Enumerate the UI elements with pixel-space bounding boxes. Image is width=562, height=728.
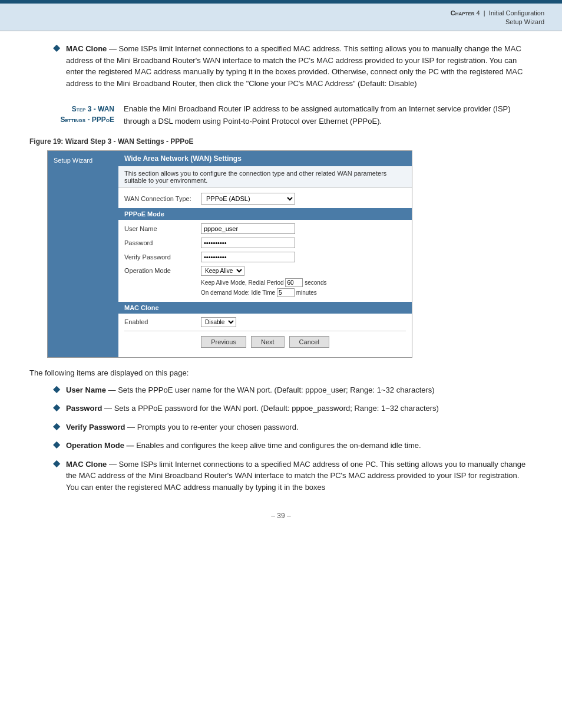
chapter-label: Chapter 4 | Initial Configuration bbox=[451, 9, 544, 17]
chapter-title: Initial Configuration bbox=[489, 9, 544, 17]
following-text-2: Verify Password — Prompts you to re-ente… bbox=[66, 421, 299, 433]
following-desc-4: — Some ISPs limit Internet connections t… bbox=[66, 460, 525, 492]
chapter-word: Chapter bbox=[451, 9, 475, 17]
wan-connection-type-label: WAN Connection Type: bbox=[124, 195, 201, 202]
step3-label-line1: Step 3 - WAN bbox=[72, 105, 114, 113]
wan-verify-password-label: Verify Password bbox=[124, 253, 201, 261]
step3-description: Enable the Mini Broadband Router IP addr… bbox=[124, 103, 533, 128]
on-demand-input[interactable] bbox=[277, 288, 295, 297]
keep-alive-period-input[interactable] bbox=[285, 278, 303, 287]
on-demand-unit: minutes bbox=[296, 289, 317, 296]
bullet-icon-3: ◆ bbox=[53, 439, 60, 450]
wan-next-button[interactable]: Next bbox=[251, 336, 285, 348]
wan-previous-button[interactable]: Previous bbox=[201, 336, 246, 348]
bullet-icon-0: ◆ bbox=[53, 383, 60, 394]
mac-clone-section-header: MAC Clone bbox=[118, 302, 412, 314]
keep-alive-mode-line: Keep Alive Mode, Redial Period seconds bbox=[201, 278, 326, 287]
figure-container: Figure 19: Wizard Step 3 - WAN Settings … bbox=[29, 137, 533, 358]
bullet-icon-2: ◆ bbox=[53, 420, 60, 431]
following-text-1: Password — Sets a PPPoE password for the… bbox=[66, 403, 439, 414]
on-demand-text: On demand Mode: Idle Time bbox=[201, 289, 275, 296]
keep-alive-select[interactable]: Keep Alive bbox=[201, 266, 244, 276]
wan-cancel-button[interactable]: Cancel bbox=[289, 336, 329, 348]
following-item-3: ◆ Operation Mode — Enables and configure… bbox=[53, 440, 533, 452]
step3-label-line2: Settings - PPPoE bbox=[60, 116, 114, 124]
chapter-num: 4 bbox=[477, 9, 480, 17]
wan-panel-title: Wide Area Network (WAN) Settings bbox=[118, 151, 412, 166]
wan-btn-row: Previous Next Cancel bbox=[124, 331, 406, 353]
following-term-0: User Name bbox=[66, 386, 106, 394]
keep-alive-row: Keep Alive bbox=[201, 266, 326, 276]
wan-username-input[interactable] bbox=[201, 223, 295, 234]
mac-clone-desc: — Some ISPs limit Internet connections t… bbox=[66, 44, 523, 88]
chapter-separator: | bbox=[484, 9, 485, 17]
chapter-subtitle: Setup Wizard bbox=[505, 18, 544, 25]
pppoe-section-header: PPPoE Mode bbox=[118, 208, 412, 220]
keep-alive-unit: seconds bbox=[305, 279, 326, 286]
bullet-icon: ◆ bbox=[53, 42, 60, 53]
wan-verify-password-input[interactable] bbox=[201, 252, 295, 262]
following-desc-3: Enables and configures the keep alive ti… bbox=[136, 441, 421, 450]
wan-form: WAN Connection Type: PPPoE (ADSL) PPPoE … bbox=[118, 188, 412, 357]
following-item-0: ◆ User Name — Sets the PPPoE user name f… bbox=[53, 384, 533, 396]
following-desc-2: — Prompts you to re-enter your chosen pa… bbox=[127, 423, 298, 431]
wan-panel: Wide Area Network (WAN) Settings This se… bbox=[118, 151, 412, 357]
following-term-1: Password bbox=[66, 404, 102, 413]
following-term-3: Operation Mode — bbox=[66, 441, 134, 450]
wan-connection-type-select[interactable]: PPPoE (ADSL) bbox=[201, 193, 295, 205]
wan-operation-mode-row: Operation Mode Keep Alive Keep Alive Mod… bbox=[124, 266, 406, 298]
page-number: – 39 – bbox=[29, 500, 533, 526]
following-text-3: Operation Mode — Enables and configures … bbox=[66, 440, 421, 452]
main-content: ◆ MAC Clone — Some ISPs limit Internet c… bbox=[0, 31, 562, 538]
following-desc-0: — Sets the PPPoE user name for the WAN p… bbox=[108, 386, 435, 394]
mac-clone-intro-bullet: ◆ MAC Clone — Some ISPs limit Internet c… bbox=[53, 43, 533, 89]
figure-label: Figure 19: Wizard Step 3 - WAN Settings … bbox=[29, 137, 533, 146]
bullet-icon-1: ◆ bbox=[53, 401, 60, 413]
step3-label: Step 3 - WAN Settings - PPPoE bbox=[29, 103, 124, 125]
wan-username-label: User Name bbox=[124, 225, 201, 232]
following-text-0: User Name — Sets the PPPoE user name for… bbox=[66, 384, 435, 396]
wan-ui: Setup Wizard Wide Area Network (WAN) Set… bbox=[47, 150, 412, 358]
following-text-4: MAC Clone — Some ISPs limit Internet con… bbox=[66, 459, 533, 493]
wan-sidebar-label: Setup Wizard bbox=[54, 157, 92, 164]
wan-username-row: User Name bbox=[124, 223, 406, 234]
wan-connection-type-row: WAN Connection Type: PPPoE (ADSL) bbox=[124, 193, 406, 205]
chapter-header: Chapter 4 | Initial Configuration Setup … bbox=[0, 4, 562, 31]
following-item-2: ◆ Verify Password — Prompts you to re-en… bbox=[53, 421, 533, 433]
wan-panel-desc: This section allows you to configure the… bbox=[118, 166, 412, 188]
mac-clone-intro-text: MAC Clone — Some ISPs limit Internet con… bbox=[66, 43, 533, 89]
following-term-4: MAC Clone bbox=[66, 460, 107, 469]
wan-password-input[interactable] bbox=[201, 238, 295, 248]
wan-password-label: Password bbox=[124, 239, 201, 246]
following-intro: The following items are displayed on thi… bbox=[29, 368, 533, 377]
wan-operation-mode-block: Keep Alive Keep Alive Mode, Redial Perio… bbox=[201, 266, 326, 298]
wan-verify-password-row: Verify Password bbox=[124, 252, 406, 262]
wan-sidebar: Setup Wizard bbox=[48, 151, 118, 357]
keep-alive-mode-text: Keep Alive Mode, Redial Period bbox=[201, 279, 284, 286]
following-term-2: Verify Password bbox=[66, 423, 125, 431]
step3-section: Step 3 - WAN Settings - PPPoE Enable the… bbox=[29, 103, 533, 128]
bullet-icon-4: ◆ bbox=[53, 457, 60, 469]
following-desc-1: — Sets a PPPoE password for the WAN port… bbox=[104, 404, 439, 413]
wan-enabled-select[interactable]: Disable bbox=[201, 317, 236, 327]
wan-operation-mode-label: Operation Mode bbox=[124, 266, 201, 274]
wan-enabled-label: Enabled bbox=[124, 318, 201, 325]
wan-enabled-row: Enabled Disable bbox=[124, 317, 406, 327]
mac-clone-term: MAC Clone bbox=[66, 44, 107, 53]
on-demand-line: On demand Mode: Idle Time minutes bbox=[201, 288, 326, 297]
following-item-4: ◆ MAC Clone — Some ISPs limit Internet c… bbox=[53, 459, 533, 493]
following-item-1: ◆ Password — Sets a PPPoE password for t… bbox=[53, 403, 533, 414]
wan-password-row: Password bbox=[124, 238, 406, 248]
